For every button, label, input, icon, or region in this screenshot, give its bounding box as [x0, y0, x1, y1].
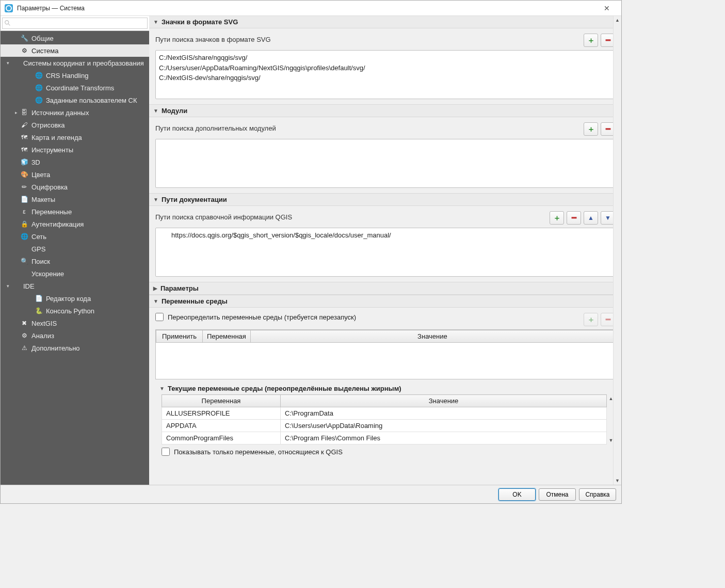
scroll-up-icon[interactable]: ▲: [614, 16, 621, 24]
minus-icon: ━: [606, 124, 610, 134]
tree-item-label: Карта и легенда: [31, 134, 82, 141]
search-box: [1, 16, 149, 31]
sidebar-item-8[interactable]: 🗺Карта и легенда: [1, 131, 149, 144]
table-row[interactable]: APPDATAC:\Users\user\AppData\Roaming: [162, 420, 615, 432]
tree-item-label: Coordinate Transforms: [46, 84, 114, 92]
settings-window: Параметры — Система ✕ 🔧Общие⚙Система▾Сис…: [0, 0, 622, 504]
col-value[interactable]: Значение: [281, 395, 607, 407]
sidebar-item-6[interactable]: ▸🗄Источники данных: [1, 106, 149, 119]
sidebar-item-11[interactable]: 🎨Цвета: [1, 168, 149, 181]
tree-item-label: Редактор кода: [46, 295, 91, 303]
svg-paths-list[interactable]: C:/NextGIS/share/ngqgis/svg/C:/Users/use…: [155, 50, 615, 99]
docs-paths-list[interactable]: https://docs.qgis.org/$qgis_short_versio…: [155, 228, 615, 277]
move-up-doc-button[interactable]: ▲: [584, 211, 598, 225]
tree-arrow-icon: [27, 295, 34, 301]
add-svg-path-button[interactable]: ＋: [584, 34, 598, 47]
sidebar-item-14[interactable]: εПеременные: [1, 205, 149, 218]
tree-arrow-icon: [13, 184, 19, 190]
show-qgis-only-checkbox[interactable]: [162, 448, 170, 456]
close-button[interactable]: ✕: [597, 4, 617, 12]
sidebar-item-0[interactable]: 🔧Общие: [1, 32, 149, 44]
table-row[interactable]: ALLUSERSPROFILEC:\ProgramData: [162, 407, 615, 420]
content-scrollbar[interactable]: ▲ ▼: [613, 16, 621, 485]
tree-item-label: Системы координат и преобразования: [23, 59, 144, 67]
tree-item-label: Анализ: [31, 332, 54, 340]
cancel-button[interactable]: Отмена: [539, 488, 576, 501]
sidebar-item-10[interactable]: 🧊3D: [1, 156, 149, 168]
path-entry[interactable]: https://docs.qgis.org/$qgis_short_versio…: [159, 230, 611, 241]
tree-item-label: CRS Handling: [46, 72, 88, 80]
path-entry[interactable]: C:/NextGIS-dev/share/ngqgis/svg/: [159, 73, 611, 83]
sidebar-item-24[interactable]: ⚙Анализ: [1, 329, 149, 342]
section-params-header[interactable]: ▶ Параметры: [149, 282, 621, 295]
sidebar-item-17[interactable]: GPS: [1, 243, 149, 255]
tree-item-label: Система: [31, 47, 58, 55]
sidebar-item-19[interactable]: Ускорение: [1, 267, 149, 280]
help-button[interactable]: Справка: [579, 488, 616, 501]
col-variable[interactable]: Переменная: [203, 330, 251, 343]
tree-arrow-icon: ▾: [5, 283, 11, 289]
sidebar-item-20[interactable]: ▾IDE: [1, 280, 149, 292]
override-env-checkbox[interactable]: [155, 313, 164, 321]
sidebar-item-1[interactable]: ⚙Система: [1, 44, 149, 57]
ok-button[interactable]: OK: [498, 488, 536, 501]
current-env-header[interactable]: ▼ Текущие переменные среды (переопределё…: [155, 383, 615, 394]
sidebar-item-12[interactable]: ✏Оцифровка: [1, 181, 149, 193]
path-entry[interactable]: C:/Users/user/AppData/Roaming/NextGIS/ng…: [159, 63, 611, 73]
section-title: Параметры: [160, 284, 199, 292]
add-env-button: ＋: [584, 313, 598, 326]
section-svg-body: Пути поиска значков в формате SVG ＋ ━ C:…: [149, 28, 621, 104]
sidebar-item-9[interactable]: 🗺Инструменты: [1, 144, 149, 156]
tree-item-icon: ✖: [20, 319, 28, 327]
search-input[interactable]: [2, 18, 148, 29]
sidebar-item-25[interactable]: ⚠Дополнительно: [1, 342, 149, 354]
tree-arrow-icon: [27, 308, 34, 314]
path-entry[interactable]: C:/NextGIS/share/ngqgis/svg/: [159, 53, 611, 63]
col-apply[interactable]: Применить: [156, 330, 203, 343]
sidebar-item-23[interactable]: ✖NextGIS: [1, 317, 149, 329]
modules-paths-list[interactable]: [155, 139, 615, 188]
section-docs-header[interactable]: ▼ Пути документации: [149, 193, 621, 206]
tree-item-icon: 🗺: [20, 146, 28, 154]
section-env-header[interactable]: ▼ Переменные среды: [149, 295, 621, 308]
tree-item-label: Источники данных: [31, 109, 89, 117]
sidebar-item-15[interactable]: 🔒Аутентификация: [1, 218, 149, 230]
add-doc-path-button[interactable]: ＋: [550, 211, 564, 225]
col-value[interactable]: Значение: [250, 330, 614, 343]
tree-item-label: Аутентификация: [31, 220, 84, 228]
sidebar-item-2[interactable]: ▾Системы координат и преобразования: [1, 57, 149, 69]
sidebar-item-5[interactable]: 🌐Заданные пользователем СК: [1, 94, 149, 106]
table-row[interactable]: CommonProgramFilesC:\Program Files\Commo…: [162, 432, 615, 444]
tree-item-icon: 🗄: [20, 108, 28, 117]
tree-item-icon: 🧊: [20, 158, 28, 166]
tree-item-label: Общие: [31, 35, 54, 42]
cell-value: C:\Program Files\Common Files: [281, 432, 607, 444]
tree-item-label: Заданные пользователем СК: [46, 97, 137, 104]
section-title: Переменные среды: [162, 297, 228, 305]
sidebar-item-18[interactable]: 🔍Поиск: [1, 255, 149, 267]
tree-item-icon: 🔧: [20, 34, 28, 42]
window-title: Параметры — Система: [17, 5, 597, 12]
svg-paths-label: Пути поиска значков в формате SVG: [155, 34, 584, 43]
section-svg-header[interactable]: ▼ Значки в формате SVG: [149, 16, 621, 28]
tree-arrow-icon: [27, 72, 34, 78]
tree-arrow-icon: [13, 345, 19, 351]
tree-item-icon: ⚙: [20, 331, 28, 340]
tree-arrow-icon: [27, 97, 34, 103]
collapse-icon: ▼: [153, 19, 158, 25]
remove-doc-path-button[interactable]: ━: [567, 211, 581, 225]
sidebar-item-13[interactable]: 📄Макеты: [1, 193, 149, 205]
sidebar-item-3[interactable]: 🌐CRS Handling: [1, 69, 149, 82]
section-modules-header[interactable]: ▼ Модули: [149, 104, 621, 117]
sidebar-item-7[interactable]: 🖌Отрисовка: [1, 119, 149, 131]
tree-item-label: Макеты: [31, 196, 55, 203]
col-variable[interactable]: Переменная: [162, 395, 281, 407]
sidebar-item-21[interactable]: 📄Редактор кода: [1, 292, 149, 305]
tree-item-icon: 🌐: [35, 96, 43, 104]
add-module-path-button[interactable]: ＋: [584, 122, 598, 136]
down-icon: ▼: [605, 214, 611, 221]
sidebar-item-16[interactable]: 🌐Сеть: [1, 230, 149, 243]
scroll-down-icon[interactable]: ▼: [614, 476, 621, 485]
sidebar-item-4[interactable]: 🌐Coordinate Transforms: [1, 82, 149, 94]
sidebar-item-22[interactable]: 🐍Консоль Python: [1, 305, 149, 317]
